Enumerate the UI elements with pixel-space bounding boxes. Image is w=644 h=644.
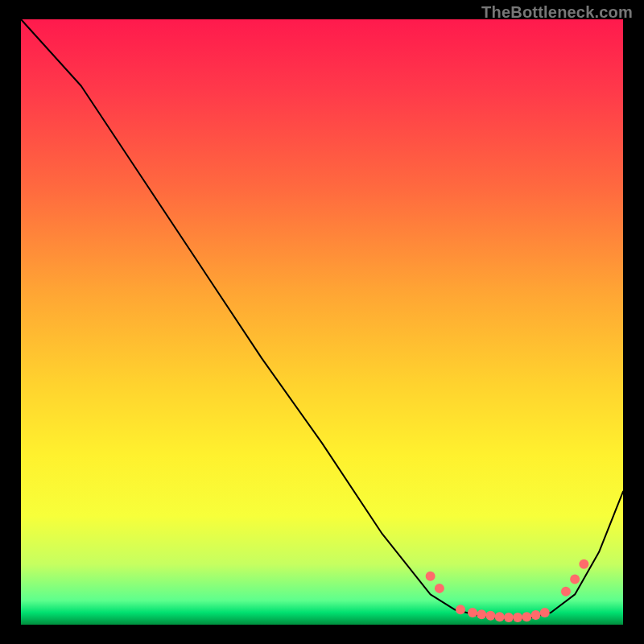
marker-left-shoulder-top — [426, 572, 436, 581]
marker-valley-7 — [513, 613, 522, 622]
marker-valley-9 — [531, 610, 541, 620]
chart-container: TheBottleneck.com — [0, 0, 644, 644]
marker-valley-6 — [504, 613, 514, 622]
data-markers-group — [426, 559, 589, 622]
marker-valley-8 — [522, 612, 531, 621]
marker-valley-2 — [468, 608, 477, 617]
marker-valley-3 — [477, 609, 486, 619]
chart-overlay-svg — [21, 19, 623, 625]
marker-valley-10 — [540, 608, 550, 617]
marker-right-rise-1 — [561, 587, 571, 597]
marker-right-rise-2 — [570, 575, 580, 584]
marker-valley-1 — [456, 605, 465, 614]
marker-left-shoulder-bot — [435, 584, 444, 593]
bottleneck-curve — [21, 19, 623, 618]
marker-right-rise-3 — [579, 559, 588, 569]
marker-valley-4 — [485, 611, 495, 621]
marker-valley-5 — [495, 612, 505, 621]
